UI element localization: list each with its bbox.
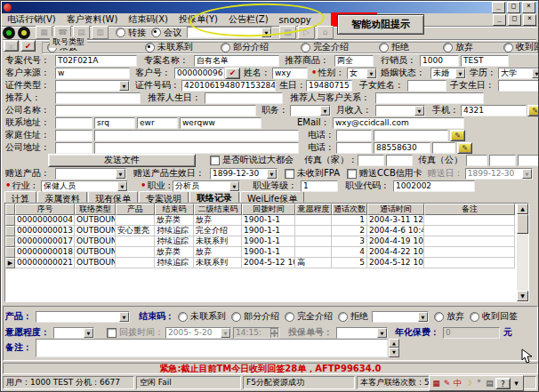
willingness-combo[interactable]: ▼ (53, 327, 94, 339)
punctuation-icon[interactable]: ° (474, 378, 484, 389)
table-scrollbar[interactable]: ▲ ▼ (517, 204, 528, 301)
birthday-input[interactable]: 19480715 (306, 80, 352, 92)
ccb-card-checkbox[interactable]: 赠送CCB信用卡 (347, 167, 422, 180)
scroll-thumb[interactable] (517, 214, 528, 234)
restore-button[interactable]: □ (507, 2, 520, 13)
tab[interactable]: 亲属资料 (37, 191, 87, 203)
company-address-input-2[interactable] (94, 142, 299, 154)
result-signed-radio[interactable]: 收到回签 (470, 310, 518, 323)
fax-home-input-2[interactable] (386, 155, 413, 166)
gift-product-combo[interactable]: ▼ (55, 168, 126, 180)
fax-office-input-3[interactable] (518, 155, 539, 166)
confirm-dial-button[interactable]: ✔ (20, 40, 36, 52)
ime-indicator-icon[interactable]: ▦ (431, 378, 441, 389)
send-file-button[interactable]: 发送文件 (48, 154, 196, 167)
company-name-input[interactable] (55, 105, 256, 116)
menu-item[interactable]: 客户资料(W) (61, 12, 124, 27)
result-detail-combo[interactable]: ▼ (372, 311, 429, 323)
dial-type-option[interactable]: 收到回签 (503, 41, 539, 53)
dial-type-option[interactable]: 完全介绍 (301, 41, 379, 53)
company-address-input-1[interactable] (55, 142, 93, 154)
gender-combo[interactable]: 女▼ (347, 68, 377, 79)
company-phone-ext-input[interactable] (432, 142, 455, 154)
tab[interactable]: 计算 (4, 191, 36, 203)
table-row[interactable]: 00000000017OUTBOUND持续追踪未联系到1900-1-132004… (5, 236, 528, 247)
scroll-down-icon[interactable]: ▼ (517, 291, 528, 301)
tab[interactable]: 联络记录 (189, 190, 239, 203)
gift-date-combo[interactable]: 1899-12-30▼ (465, 168, 533, 180)
row-selector[interactable]: ▶ (5, 258, 15, 268)
line-select-combo[interactable]: ▼ (187, 27, 272, 38)
job-title-combo[interactable]: ▼ (290, 105, 331, 116)
remark-textarea[interactable] (36, 339, 388, 357)
agent-name-input[interactable]: TEST (461, 55, 509, 67)
row-selector[interactable] (5, 236, 15, 247)
scroll-track[interactable] (517, 234, 528, 291)
conference-radio[interactable]: 会议 (151, 27, 181, 39)
contact-address-input-3[interactable]: ewr (137, 117, 178, 129)
company-phone-input[interactable]: 88558630 (374, 142, 430, 154)
industry-combo[interactable]: 保健人员▼ (41, 180, 128, 192)
id-type-combo[interactable]: ▼ (55, 80, 130, 92)
row-selector[interactable] (5, 215, 15, 226)
heard-of-metlife-checkbox[interactable]: 是否听说过大都会 (210, 154, 294, 166)
referrer-birthday-input[interactable] (205, 92, 283, 104)
tab[interactable]: WeiLife保单 (240, 191, 304, 203)
help-button[interactable]: ? (495, 378, 511, 389)
result-not-reached-radio[interactable]: 未联系到 (178, 310, 226, 323)
result-abandon-radio[interactable]: 放弃 (434, 310, 464, 323)
scroll-up-icon[interactable]: ▲ (517, 204, 528, 214)
hangup-call-button[interactable] (18, 27, 30, 39)
smart-dissuade-hint-button[interactable]: 智能劝阻提示 (337, 14, 424, 35)
callback-date-combo[interactable]: 2005- 5-20▼ (165, 327, 231, 339)
answer-call-button[interactable] (3, 27, 15, 39)
dial-type-option[interactable]: 拒绝 (379, 41, 443, 53)
name-input[interactable]: wxy (272, 68, 308, 79)
result-full-intro-radio[interactable]: 完全介绍 (285, 310, 333, 323)
tab[interactable]: 专案说明 (139, 191, 189, 203)
mobile-input[interactable]: 4321 (461, 105, 527, 116)
home-address-input-2[interactable] (94, 130, 299, 141)
child-name-input[interactable] (407, 80, 446, 92)
restore-button[interactable]: □ (508, 14, 521, 26)
menu-item[interactable]: snoopy (274, 14, 317, 26)
annual-premium-input[interactable]: 0 (443, 327, 500, 339)
occupation-code-input[interactable]: 1002002 (393, 180, 475, 192)
fax-office-input-1[interactable] (466, 155, 487, 166)
result-refused-radio[interactable]: 拒绝 (338, 310, 368, 323)
contact-address-input-1[interactable] (55, 117, 93, 129)
email-input[interactable]: wxy@ccidcall.com (333, 117, 464, 129)
row-selector[interactable] (5, 247, 15, 258)
company-phone-edit-button[interactable]: ✎ (457, 142, 472, 154)
home-phone-edit-button[interactable]: ✎ (450, 130, 465, 141)
dial-type-option[interactable]: 部分介绍 (221, 41, 301, 53)
fax-office-input-2[interactable] (489, 155, 516, 166)
education-combo[interactable]: 大学▼ (498, 68, 539, 79)
project-code-input[interactable]: T02F021A (55, 55, 137, 67)
transfer-radio[interactable]: 转接 (116, 27, 146, 39)
home-phone-input[interactable] (374, 130, 448, 141)
fax-home-input-1[interactable] (358, 155, 384, 166)
customer-id-confirm-button[interactable]: ✔ (225, 68, 240, 79)
gift-effective-date-combo[interactable]: 1899-12-30▼ (210, 168, 278, 180)
pen-icon[interactable]: ✎ (442, 378, 452, 389)
close-button[interactable]: × (523, 14, 536, 26)
result-partial-intro-radio[interactable]: 部分介绍 (231, 310, 279, 323)
tab[interactable]: 现有保单 (88, 191, 138, 203)
table-row[interactable]: 00000000004OUTBOUND放弃类放弃1900-1-112004-3-… (5, 215, 528, 226)
close-button[interactable]: × (522, 2, 535, 13)
referrer-relation-input[interactable] (375, 92, 484, 104)
tray-options-icon[interactable]: ▾ (511, 378, 521, 389)
moon-icon[interactable]: ☽ (463, 378, 473, 389)
policy-number-combo[interactable]: ▼ (336, 327, 388, 339)
id-number-input[interactable]: 420106194807153284 (181, 80, 276, 92)
marital-status-combo[interactable]: 未婚▼ (430, 68, 466, 79)
customer-source-input[interactable]: w (55, 68, 130, 79)
child-birthday-input[interactable] (498, 80, 539, 92)
menu-item[interactable]: 投保单(Y) (173, 12, 223, 27)
row-selector[interactable] (5, 226, 15, 236)
menu-item[interactable]: 电话行销(V) (2, 12, 61, 27)
contact-address-input-4[interactable]: werqww (180, 117, 261, 129)
remark-spinner[interactable]: ▲▼ (389, 339, 399, 357)
table-row[interactable]: 00000000018OUTBOUND放弃类放弃1900-1-142004-4-… (5, 247, 528, 258)
